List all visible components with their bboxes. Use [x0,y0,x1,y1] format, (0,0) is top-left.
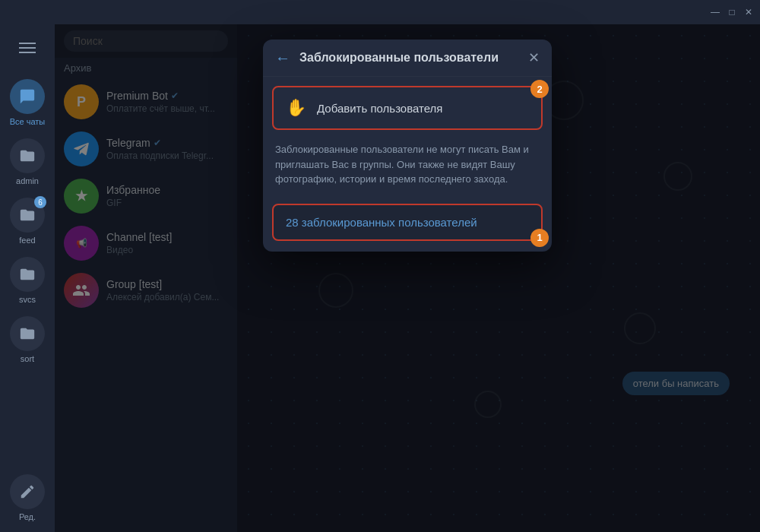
sidebar-item-sort[interactable]: sort [0,312,55,368]
sidebar-item-feed[interactable]: 6 feed [0,193,55,249]
sidebar-item-settings[interactable]: Ред. [0,470,55,526]
sidebar-label-svcs: svcs [19,295,36,304]
folder-icon-sort [19,325,36,342]
sidebar-label-feed: feed [19,236,35,245]
sidebar-item-admin[interactable]: admin [0,134,55,190]
settings-icon-circle [10,474,45,509]
menu-icon[interactable] [10,30,45,65]
admin-icon-circle [10,138,45,173]
title-bar: — □ ✕ [0,0,760,24]
modal-close-button[interactable]: ✕ [528,51,540,65]
sidebar-item-svcs[interactable]: svcs [0,252,55,309]
step-1-badge: 1 [530,229,549,247]
svcs-icon-circle [10,257,45,292]
sidebar-label-settings: Ред. [19,512,36,521]
sidebar-label-admin: admin [16,176,39,185]
minimize-btn[interactable]: — [710,7,720,17]
sidebar: Все чаты admin 6 feed svcs sort [0,24,55,532]
app-container: Все чаты admin 6 feed svcs sort [0,24,760,532]
sort-icon-circle [10,316,45,351]
blocked-users-modal: ← Заблокированные пользователи ✕ ✋ Добав… [263,40,552,252]
step-2-badge: 2 [530,80,549,98]
modal-header: ← Заблокированные пользователи ✕ [263,40,552,77]
sidebar-label-sort: sort [21,354,34,363]
add-user-button[interactable]: ✋ Добавить пользователя 2 [272,86,543,130]
modal-overlay: ← Заблокированные пользователи ✕ ✋ Добав… [55,24,760,532]
folder-icon-svcs [19,266,36,283]
folder-icon-feed [19,207,36,223]
hamburger-icon [19,43,36,53]
all-chats-icon-circle [10,79,45,114]
modal-title: Заблокированные пользователи [299,51,519,65]
feed-badge: 6 [34,196,46,208]
maximize-btn[interactable]: □ [727,7,737,17]
close-btn[interactable]: ✕ [743,7,754,17]
chat-icon [19,88,36,105]
sidebar-item-all-chats[interactable]: Все чаты [0,74,55,131]
back-button[interactable]: ← [275,50,290,65]
folder-icon [19,147,36,164]
blocked-count-text: 28 заблокированных пользователей [286,216,477,229]
blocked-count-row[interactable]: 28 заблокированных пользователей 1 [272,204,543,241]
sidebar-label-all-chats: Все чаты [10,117,46,126]
modal-description: Заблокированные пользователи не могут пи… [263,139,552,198]
add-user-label: Добавить пользователя [317,102,442,115]
hand-stop-icon: ✋ [286,98,306,118]
edit-icon [19,483,36,500]
feed-icon-circle: 6 [10,198,45,233]
